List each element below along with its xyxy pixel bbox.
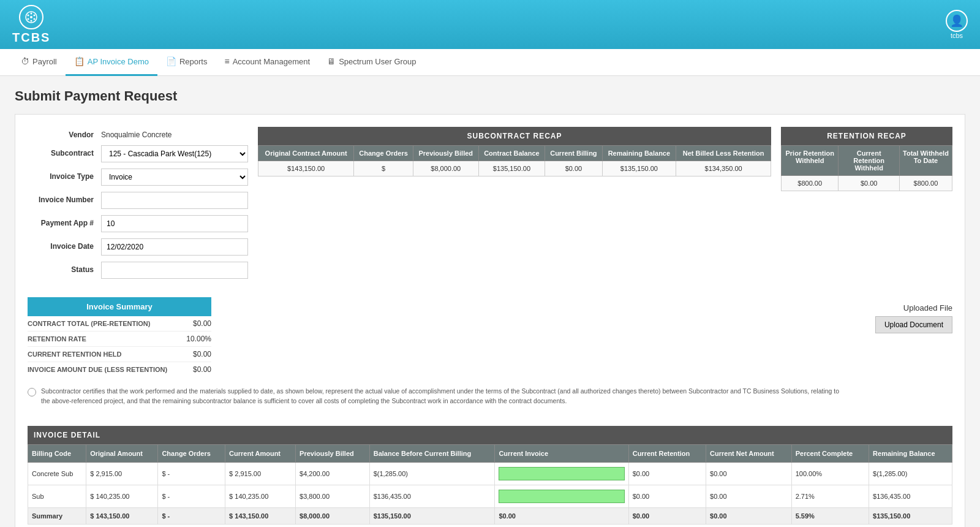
- subcontract-row: Subcontract 125 - Cascadia Park West(125…: [28, 145, 248, 162]
- left-middle: Invoice Summary CONTRACT TOTAL (PRE-RETE…: [28, 297, 842, 416]
- row0-remaining: $(1,285.00): [869, 462, 952, 485]
- row0-balance-before: $(1,285.00): [369, 462, 495, 485]
- summary-value-3: $0.00: [193, 365, 211, 374]
- detail-col-change-orders: Change Orders: [158, 444, 225, 462]
- nav-bar: ⏱ Payroll 📋 AP Invoice Demo 📄 Reports ≡ …: [0, 49, 980, 76]
- summary-current-retention: $0.00: [628, 507, 706, 524]
- nav-spectrum-label: Spectrum User Group: [339, 57, 416, 66]
- row1-current-net: $0.00: [706, 485, 792, 507]
- row1-current-amt: $ 140,235.00: [225, 485, 296, 507]
- vendor-row: Vendor Snoqualmie Concrete: [28, 127, 248, 139]
- summary-row-2: CURRENT RETENTION HELD $0.00: [28, 347, 211, 362]
- page-content: Submit Payment Request Vendor Snoqualmie…: [0, 76, 980, 527]
- summary-balance-before: $135,150.00: [369, 507, 495, 524]
- recap-data-row: $143,150.00 $ $8,000.00 $135,150.00 $0.0…: [258, 161, 771, 176]
- nav-reports-label: Reports: [179, 57, 208, 66]
- recap-val-net-billed: $134,350.00: [676, 161, 771, 176]
- upload-button[interactable]: Upload Document: [875, 316, 952, 333]
- row0-invoice-input[interactable]: [499, 467, 624, 480]
- top-section: Vendor Snoqualmie Concrete Subcontract 1…: [28, 127, 952, 285]
- nav-spectrum-user-group[interactable]: 🖥 Spectrum User Group: [318, 49, 424, 76]
- summary-row-0: CONTRACT TOTAL (PRE-RETENTION) $0.00: [28, 316, 211, 332]
- recap-col-contract-bal: Contract Balance: [478, 146, 545, 161]
- recap-val-remaining: $135,150.00: [602, 161, 676, 176]
- row0-current-retention: $0.00: [628, 462, 706, 485]
- summary-current-invoice: $0.00: [495, 507, 628, 524]
- row1-invoice-input[interactable]: [499, 490, 624, 503]
- row1-balance-before: $136,435.00: [369, 485, 495, 507]
- recap-col-original: Original Contract Amount: [258, 146, 354, 161]
- svg-point-6: [28, 14, 29, 16]
- summary-label-1: RETENTION RATE: [28, 335, 86, 343]
- row1-current-invoice[interactable]: [495, 485, 628, 507]
- invoice-detail: INVOICE DETAIL Billing Code Original Amo…: [28, 426, 952, 525]
- invoice-type-select[interactable]: Invoice: [101, 169, 248, 186]
- row0-original: $ 2,915.00: [86, 462, 158, 485]
- detail-col-current-retention: Current Retention: [628, 444, 706, 462]
- row1-original: $ 140,235.00: [86, 485, 158, 507]
- invoice-number-row: Invoice Number: [28, 192, 248, 209]
- invoice-date-input[interactable]: [101, 238, 248, 256]
- detail-col-remaining: Remaining Balance: [869, 444, 952, 462]
- detail-col-prev-billed: Previously Billed: [296, 444, 370, 462]
- recap-val-original: $143,150.00: [258, 161, 354, 176]
- logo-icon: [19, 5, 43, 29]
- vendor-value: Snoqualmie Concrete: [101, 127, 248, 139]
- payment-app-input[interactable]: [101, 215, 248, 232]
- nav-reports[interactable]: 📄 Reports: [157, 49, 216, 76]
- recap-val-current-billing: $0.00: [545, 161, 602, 176]
- summary-value-1: 10.00%: [186, 335, 211, 343]
- cert-checkbox[interactable]: [28, 388, 36, 396]
- ret-col-prior: Prior Retention Withheld: [782, 146, 839, 176]
- recap-val-contract-bal: $135,150.00: [478, 161, 545, 176]
- subcontract-select[interactable]: 125 - Cascadia Park West(125): [101, 145, 248, 162]
- svg-point-3: [34, 18, 36, 20]
- recap-val-change: $: [354, 161, 413, 176]
- upload-section: Uploaded File Upload Document: [854, 297, 952, 416]
- row0-prev-billed: $4,200.00: [296, 462, 370, 485]
- retention-recap-table: Prior Retention Withheld Current Retenti…: [781, 145, 952, 191]
- cert-text: Subcontractor certifies that the work pe…: [41, 387, 842, 406]
- status-row: Status: [28, 262, 248, 279]
- nav-account-management-label: Account Management: [233, 57, 310, 66]
- recap-col-change: Change Orders: [354, 146, 413, 161]
- invoice-number-input[interactable]: [101, 192, 248, 209]
- detail-summary-row: Summary $ 143,150.00 $ - $ 143,150.00 $8…: [28, 507, 952, 524]
- row0-current-net: $0.00: [706, 462, 792, 485]
- logo-text: TCBS: [12, 31, 50, 45]
- logo-area: TCBS: [12, 5, 50, 45]
- nav-ap-invoice[interactable]: 📋 AP Invoice Demo: [66, 49, 157, 76]
- ret-col-total: Total Withheld To Date: [899, 146, 952, 176]
- row1-remaining: $136,435.00: [869, 485, 952, 507]
- ret-val-prior: $800.00: [782, 176, 839, 191]
- status-input[interactable]: [101, 262, 248, 279]
- payroll-icon: ⏱: [21, 56, 29, 66]
- row0-current-invoice[interactable]: [495, 462, 628, 485]
- invoice-type-row: Invoice Type Invoice: [28, 169, 248, 186]
- svg-point-5: [28, 18, 29, 20]
- summary-row-3: INVOICE AMOUNT DUE (LESS RETENTION) $0.0…: [28, 362, 211, 377]
- detail-col-current-net: Current Net Amount: [706, 444, 792, 462]
- svg-point-1: [31, 12, 32, 14]
- invoice-date-row: Invoice Date: [28, 238, 248, 256]
- header: TCBS 👤 tcbs: [0, 0, 980, 49]
- user-label: tcbs: [951, 32, 963, 39]
- subcontract-recap: SUBCONTRACT RECAP Original Contract Amou…: [258, 127, 771, 285]
- svg-point-7: [30, 16, 32, 18]
- payment-app-row: Payment App #: [28, 215, 248, 232]
- detail-col-percent: Percent Complete: [791, 444, 869, 462]
- row0-change: $ -: [158, 462, 225, 485]
- invoice-summary: Invoice Summary CONTRACT TOTAL (PRE-RETE…: [28, 297, 842, 377]
- user-area: 👤 tcbs: [946, 10, 968, 39]
- summary-label-3: INVOICE AMOUNT DUE (LESS RETENTION): [28, 366, 167, 373]
- ap-invoice-icon: 📋: [74, 56, 85, 66]
- nav-account-management[interactable]: ≡ Account Management: [216, 49, 318, 76]
- invoice-summary-title: Invoice Summary: [28, 297, 211, 316]
- row1-prev-billed: $3,800.00: [296, 485, 370, 507]
- retention-data-row: $800.00 $0.00 $800.00: [782, 176, 952, 191]
- detail-col-current-amt: Current Amount: [225, 444, 296, 462]
- summary-prev-billed: $8,000.00: [296, 507, 370, 524]
- user-icon: 👤: [946, 10, 968, 32]
- nav-payroll[interactable]: ⏱ Payroll: [12, 49, 66, 76]
- retention-recap-title: RETENTION RECAP: [781, 127, 952, 145]
